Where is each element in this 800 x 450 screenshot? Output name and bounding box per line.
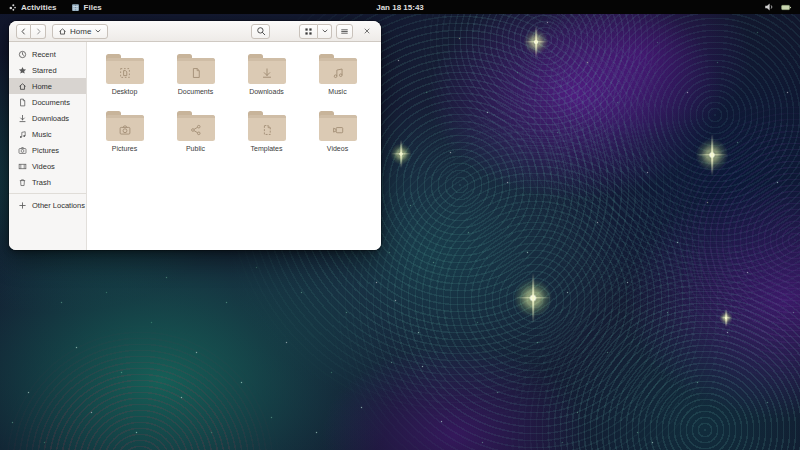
music-emblem-icon	[331, 66, 344, 79]
battery-icon	[781, 3, 792, 12]
folder-videos[interactable]: Videos	[302, 108, 373, 165]
chevron-down-icon	[94, 27, 102, 35]
folder-icon	[248, 58, 286, 84]
home-icon	[58, 27, 67, 36]
star	[719, 311, 733, 325]
desktop-emblem-icon	[118, 66, 131, 79]
folder-public[interactable]: Public	[160, 108, 231, 165]
share-emblem-icon	[189, 123, 202, 136]
files-window: Home	[9, 21, 381, 250]
sidebar-item-videos[interactable]: Videos	[9, 158, 86, 174]
file-label: Videos	[327, 145, 348, 152]
activities-label: Activities	[21, 3, 57, 12]
sidebar-item-music[interactable]: Music	[9, 126, 86, 142]
file-label: Templates	[251, 145, 283, 152]
folder-pictures[interactable]: Pictures	[89, 108, 160, 165]
files-app-icon	[71, 3, 80, 12]
menu-button[interactable]	[336, 24, 353, 39]
camcorder-emblem-icon	[331, 123, 344, 136]
file-label: Desktop	[112, 88, 138, 95]
folder-icon	[319, 58, 357, 84]
clock-icon	[18, 50, 27, 59]
file-label: Music	[328, 88, 346, 95]
search-button[interactable]	[251, 24, 270, 39]
view-toggle	[299, 24, 332, 39]
folder-icon	[248, 115, 286, 141]
folder-documents[interactable]: Documents	[160, 51, 231, 108]
folder-icon	[106, 115, 144, 141]
chevron-down-icon	[321, 27, 329, 35]
file-label: Pictures	[112, 145, 137, 152]
sidebar-item-documents[interactable]: Documents	[9, 94, 86, 110]
nav-buttons	[16, 24, 46, 39]
file-label: Public	[186, 145, 205, 152]
sidebar-item-home[interactable]: Home	[9, 78, 86, 94]
distro-logo-icon	[8, 3, 17, 12]
folder-icon	[177, 115, 215, 141]
folder-icon	[177, 58, 215, 84]
sidebar-item-recent[interactable]: Recent	[9, 46, 86, 62]
document-emblem-icon	[189, 66, 202, 79]
app-menu-label: Files	[84, 3, 102, 12]
chevron-left-icon	[19, 27, 28, 36]
download-emblem-icon	[260, 66, 273, 79]
file-label: Downloads	[249, 88, 284, 95]
folder-downloads[interactable]: Downloads	[231, 51, 302, 108]
document-icon	[18, 98, 27, 107]
back-button[interactable]	[16, 24, 31, 39]
search-icon	[256, 26, 266, 36]
forward-button[interactable]	[31, 24, 46, 39]
sidebar-separator	[9, 193, 86, 194]
camera-icon	[18, 146, 27, 155]
system-status-area[interactable]	[764, 0, 792, 14]
top-bar: Activities Files Jan 18 15:43	[0, 0, 800, 14]
folder-music[interactable]: Music	[302, 51, 373, 108]
hamburger-icon	[340, 27, 349, 36]
folder-templates[interactable]: Templates	[231, 108, 302, 165]
sidebar-item-downloads[interactable]: Downloads	[9, 110, 86, 126]
camera-emblem-icon	[118, 123, 131, 136]
grid-view-icon	[304, 27, 313, 36]
sidebar-item-trash[interactable]: Trash	[9, 174, 86, 190]
header-bar[interactable]: Home	[9, 21, 381, 42]
home-icon	[18, 82, 27, 91]
grid-view-button[interactable]	[299, 24, 318, 39]
trash-icon	[18, 178, 27, 187]
star	[695, 138, 729, 172]
file-view[interactable]: Desktop Documents	[87, 42, 381, 250]
activities-button[interactable]: Activities	[8, 0, 57, 14]
folder-desktop[interactable]: Desktop	[89, 51, 160, 108]
wallpaper-rings	[0, 325, 280, 450]
music-note-icon	[18, 130, 27, 139]
app-menu-button[interactable]: Files	[71, 0, 102, 14]
view-options-button[interactable]	[318, 24, 332, 39]
template-emblem-icon	[260, 123, 273, 136]
chevron-right-icon	[34, 27, 43, 36]
download-icon	[18, 114, 27, 123]
folder-icon	[319, 115, 357, 141]
star	[523, 29, 549, 55]
sidebar-item-starred[interactable]: Starred	[9, 62, 86, 78]
star	[390, 143, 412, 165]
close-icon	[363, 27, 371, 35]
plus-icon	[18, 201, 27, 210]
sidebar: Recent Starred Home Documents	[9, 42, 87, 250]
folder-icon	[106, 58, 144, 84]
icon-grid: Desktop Documents	[89, 51, 381, 165]
path-label: Home	[70, 27, 91, 36]
star	[513, 278, 553, 318]
film-icon	[18, 162, 27, 171]
volume-icon	[764, 2, 774, 12]
sidebar-item-other-locations[interactable]: Other Locations	[9, 197, 86, 213]
star-icon	[18, 66, 27, 75]
close-button[interactable]	[360, 24, 374, 38]
sidebar-item-pictures[interactable]: Pictures	[9, 142, 86, 158]
path-bar-button[interactable]: Home	[52, 24, 108, 39]
file-label: Documents	[178, 88, 213, 95]
clock[interactable]: Jan 18 15:43	[376, 0, 424, 14]
